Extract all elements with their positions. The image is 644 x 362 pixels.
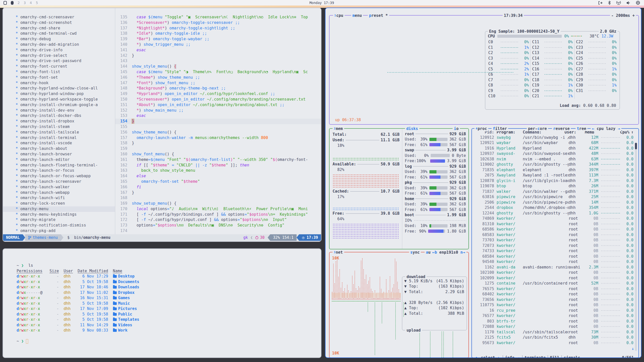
code-line[interactable]: 173 options="$options\n⊡ Defaults\n▣ DNS… (115, 223, 321, 228)
file-item[interactable]: * omarchy-drive-info (3, 48, 115, 53)
file-item[interactable]: * omarchy-launch-editor (3, 157, 115, 163)
code-line[interactable]: 160show_font_menu() { (115, 152, 321, 157)
code-line[interactable]: 155 (115, 124, 321, 130)
process-row[interactable]: 120912swaybg/usr/bin/swaybg -i /homdhh12… (472, 135, 638, 140)
process-row[interactable]: 16rcu_preeroot0B0.0 (472, 308, 638, 313)
file-item[interactable]: * omarchy-font-set (3, 75, 115, 80)
code-line[interactable]: 169show_setup_menu() { (115, 201, 321, 206)
code-line[interactable]: 150 *Screensaver*) open_in_editor ~/.con… (115, 97, 321, 102)
process-row[interactable]: 1275containe/usr/bin/containerdroot52M0.… (472, 281, 638, 286)
code-line[interactable]: 152 *) show_main_menu ;; (115, 108, 321, 113)
file-item[interactable]: * omarchy-launch-about (3, 146, 115, 152)
file-item[interactable]: * omarchy-launch-screensaver (3, 179, 115, 185)
file-item[interactable]: * omarchy-launch-walker (3, 185, 115, 190)
code-line[interactable]: 162 if [[ "$theme" = "CNCLD" || -z "$the… (115, 163, 321, 168)
file-item[interactable]: * omarchy-hyprland-window-pop (3, 91, 115, 97)
code-line[interactable]: 158} (115, 141, 321, 146)
file-item[interactable]: * omarchy-font-list (3, 69, 115, 75)
workspace-2[interactable]: 2 (18, 1, 20, 5)
file-item[interactable]: * omarchy-install-chromium-google-a (3, 102, 115, 108)
filter-button[interactable]: filter (492, 126, 508, 131)
code-line[interactable]: 156show_theme_menu() { (115, 130, 321, 135)
io-toggle[interactable]: io (453, 126, 460, 131)
file-item[interactable]: * omarchy-cmd-terminal-cwd (3, 31, 115, 36)
file-item[interactable]: * omarchy-notification-dismiss (3, 223, 115, 228)
process-row[interactable]: 68583kworker/root0B0.0 (472, 232, 638, 238)
process-row[interactable]: 803btrfs-trroot0B0.0 (472, 319, 638, 324)
code-line[interactable]: 145 case $(menu "Style" "◑ Theme\n✎ Font… (115, 69, 321, 75)
file-item[interactable]: * omarchy-drive-set-password (3, 58, 115, 64)
process-row[interactable]: 68584kworker/root0B0.0 (472, 254, 638, 259)
file-item[interactable]: * omarchy-launch-webapp (3, 190, 115, 196)
proc-scrollbar-thumb[interactable] (635, 143, 637, 149)
file-item[interactable]: * omarchy-install-docker-dbs (3, 113, 115, 119)
code-line[interactable]: 165 omarchy-font-set "$theme" (115, 179, 321, 185)
code-line[interactable]: 135 case $(menu "Toggle" "▣ Screensaver\… (115, 15, 321, 20)
file-item[interactable]: * omarchy-launch-wifi (3, 195, 115, 201)
code-line[interactable]: 149 *Hyprland*) open_in_editor ~/.config… (115, 91, 321, 97)
file-item[interactable]: * omarchy-dev-add-migration (3, 42, 115, 48)
file-item[interactable]: * omarchy-launch-browser (3, 152, 115, 157)
file-item[interactable]: * omarchy-font-current (3, 64, 115, 69)
process-row[interactable]: 95673kworker/root0B0.0 (472, 340, 638, 346)
code-line[interactable]: 154} (115, 119, 321, 124)
code-line[interactable]: 142} (115, 53, 321, 59)
net-box-title[interactable]: 3net (333, 250, 344, 255)
sort-selector[interactable]: ← cpu lazy → (591, 126, 621, 131)
workspace-4[interactable]: 4 (30, 1, 32, 5)
code-line[interactable]: 164 else (115, 173, 321, 179)
process-row[interactable]: 120937swayosd-/usr/bin/swayosd-serverdhh… (472, 151, 638, 157)
file-item[interactable]: * omarchy-install-tailscale (3, 130, 115, 135)
process-row[interactable]: 68586kworker/root0B0.0 (472, 227, 638, 232)
process-row[interactable]: 12244ghostty/usr/bin/ghostty --gtk-dhh1.… (472, 210, 638, 216)
file-item[interactable]: * omarchy-pkg-add (3, 228, 115, 234)
file-item[interactable]: * omarchy-cmd-screenshot (3, 20, 115, 26)
file-item[interactable]: * omarchy-cmd-share (3, 26, 115, 31)
process-row[interactable]: 68402kworker/root0B0.0 (472, 292, 638, 297)
process-row[interactable]: 71835elephantelephantdhh397M0.0 (472, 167, 638, 173)
process-row[interactable]: 120921waybar/usr/bin/waybardhh68M0.0 (472, 140, 638, 146)
code-editor[interactable]: 135 case $(menu "Toggle" "▣ Screensaver\… (115, 8, 321, 234)
cpu-box-title[interactable]: 1cpu (333, 13, 345, 18)
file-item[interactable]: * omarchy-drive-select (3, 53, 115, 59)
proc-box-title[interactable]: 4proc (474, 126, 488, 131)
bluetooth-icon[interactable] (608, 1, 611, 5)
code-line[interactable]: 171 [ -f ~/.config/hypr/bindings.conf ] … (115, 212, 321, 217)
code-line[interactable]: 172 [ -f ~/.config/hypr/input.conf ] && … (115, 217, 321, 223)
process-row[interactable]: 1916HyprlandHyprlanddhh422M0.0 (472, 146, 638, 151)
interval-control[interactable]: - 2000ms + (610, 13, 636, 18)
file-item[interactable]: * omarchy-install-dropbox (3, 119, 115, 124)
file-item[interactable]: * omarchy-lock-screen (3, 201, 115, 206)
file-item[interactable]: * omarchy-migrate (3, 217, 115, 223)
scroll-more-icon[interactable]: ↓ (632, 346, 634, 351)
process-row[interactable]: 74733kworker/root0B0.0 (472, 248, 638, 254)
interface-selector[interactable]: ←b enp191s0 n→ (431, 250, 466, 255)
code-line[interactable]: 138 *Idle*) omarchy-toggle-idle ;; (115, 31, 321, 36)
file-item[interactable]: * omarchy-hyprland-workspace-toggle (3, 97, 115, 102)
prompt-line[interactable]: ~ ❯ (17, 339, 321, 344)
disks-title[interactable]: disks (405, 126, 419, 131)
file-item[interactable]: * omarchy-cmd-screensaver (3, 15, 115, 20)
code-line[interactable]: 170 local options="♪ Audio\n≋ Wifi\nᛒ Bl… (115, 206, 321, 212)
workspace-1-active[interactable] (11, 1, 14, 5)
code-line[interactable]: 136 *Screensaver*) omarchy-toggle-screen… (115, 20, 321, 26)
mem-box-title[interactable]: 2mem (333, 126, 344, 131)
file-item[interactable]: * omarchy-install-steam (3, 124, 115, 130)
code-line[interactable]: 147 *Font*) show_font_menu ;; (115, 80, 321, 86)
file-item[interactable]: * omarchy-install-terminal (3, 135, 115, 141)
process-row[interactable]: 76577kworker/root0B0.0 (472, 313, 638, 319)
process-row[interactable]: 119002ghostty/usr/bin/ghostty --gtk-dhh3… (472, 162, 638, 167)
chip-icon[interactable] (636, 1, 640, 5)
process-row[interactable]: 94540kworker/root0B0.0 (472, 259, 638, 265)
file-item[interactable]: * omarchy-debug (3, 36, 115, 42)
clock[interactable]: Monday 17:39 (309, 1, 334, 5)
file-item[interactable]: * omarchy-launch-or-focus-webapp (3, 173, 115, 179)
process-row[interactable]: 73703kworker/root0B0.0 (472, 238, 638, 243)
code-line[interactable]: 144show_style_menu() { (115, 64, 321, 69)
code-line[interactable]: 137 *Nightlight*) omarchy-toggle-nightli… (115, 26, 321, 31)
process-row[interactable]: 1162avahi-daavahi-daemon: running [avahi… (472, 264, 638, 270)
process-row[interactable]: 2544dropbox/home/dhh/.dropbox-distdhh354… (472, 205, 638, 211)
process-row[interactable]: 102638nvimnvim --embed .dhh63M0.0 (472, 156, 638, 162)
reverse-toggle[interactable]: reverse (552, 126, 571, 131)
logout-icon[interactable] (598, 1, 602, 5)
